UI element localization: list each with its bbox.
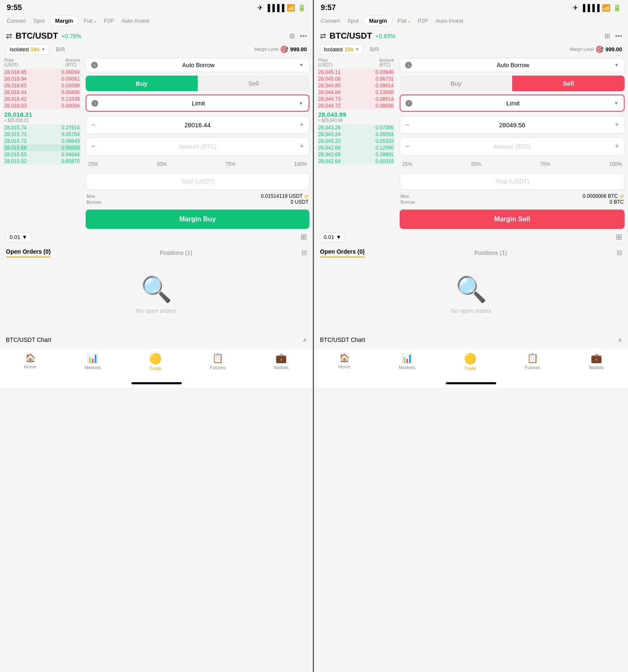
- pct-50-right[interactable]: 50%: [469, 160, 483, 168]
- isolated-badge-left[interactable]: Isolated 10x ▼: [6, 44, 49, 55]
- ob-buy-3-right[interactable]: 28,043.23 0.05333: [317, 138, 395, 144]
- pair-name-left[interactable]: BTC/USDT: [16, 31, 58, 41]
- more-icon-left[interactable]: •••: [300, 32, 307, 40]
- swap-icon-right[interactable]: ⇄: [320, 32, 326, 41]
- nav-futures-right[interactable]: 📋 Futures: [525, 353, 540, 371]
- pct-75-right[interactable]: 75%: [539, 160, 552, 168]
- chart-type-icon-left[interactable]: ⊞: [301, 232, 307, 242]
- ob-sell-3-right[interactable]: 28,044.85 0.08914: [317, 82, 395, 89]
- tab-margin-left[interactable]: Margin: [50, 16, 78, 26]
- tab-spot-left[interactable]: Spot: [31, 16, 47, 26]
- ob-buy-2-right[interactable]: 28,043.24 0.05554: [317, 131, 395, 138]
- chart-bar-icon-right[interactable]: ∧: [618, 336, 622, 343]
- tab-spot-right[interactable]: Spot: [345, 16, 361, 26]
- pct-50-left[interactable]: 50%: [155, 160, 168, 168]
- buy-btn-left[interactable]: Buy: [86, 76, 198, 91]
- limit-dropdown-left[interactable]: ▼: [298, 100, 304, 106]
- nav-wallets-left[interactable]: 💼 Wallets: [274, 353, 289, 371]
- amount-minus-left[interactable]: −: [91, 142, 96, 151]
- nav-home-right[interactable]: 🏠 Home: [338, 353, 351, 371]
- swap-small-left[interactable]: ⇄: [304, 193, 309, 199]
- chart-type-icon-right[interactable]: ⊞: [616, 232, 622, 242]
- chart-bar-right[interactable]: BTC/USDT Chart ∧: [314, 331, 628, 348]
- nav-wallets-right[interactable]: 💼 Wallets: [589, 353, 604, 371]
- amount-plus-right[interactable]: +: [615, 142, 619, 151]
- tab-margin-right[interactable]: Margin: [364, 16, 392, 26]
- ob-sell-6-left[interactable]: 28,018.03 0.00064: [3, 102, 81, 109]
- tab-autoinvest-right[interactable]: Auto-Invest: [433, 16, 466, 26]
- ob-sell-2-right[interactable]: 28,045.06 0.06731: [317, 76, 395, 82]
- ob-sell-5-left[interactable]: 28,018.42 0.13339: [3, 96, 81, 102]
- tick-dropdown-right[interactable]: ▼: [336, 234, 341, 240]
- auto-borrow-dropdown-left[interactable]: ▼: [299, 62, 304, 68]
- auto-borrow-row-right[interactable]: i Auto Borrow ▼: [400, 58, 625, 72]
- sell-btn-right[interactable]: Sell: [512, 76, 625, 91]
- auto-borrow-dropdown-right[interactable]: ▼: [614, 62, 619, 68]
- ob-sell-1-left[interactable]: 28,018.95 0.00064: [3, 69, 81, 76]
- tab-autoinvest-left[interactable]: Auto-Invest: [119, 16, 152, 26]
- price-value-right[interactable]: 28049.56: [499, 121, 526, 129]
- swap-small-right[interactable]: ⇄: [620, 193, 624, 199]
- ob-sell-1-right[interactable]: 28,045.11 0.03940: [317, 69, 395, 76]
- orders-icon-left[interactable]: ⊟: [301, 249, 307, 257]
- ob-sell-5-right[interactable]: 28,044.73 0.08914: [317, 96, 395, 102]
- sell-btn-left[interactable]: Sell: [198, 76, 310, 91]
- limit-info-left[interactable]: i: [92, 100, 98, 107]
- margin-sell-btn-right[interactable]: Margin Sell: [400, 210, 625, 229]
- limit-selector-right[interactable]: i Limit ▼: [400, 94, 625, 112]
- tick-selector-left[interactable]: 0.01 ▼: [6, 232, 31, 242]
- tab-convert-left[interactable]: Convert: [4, 16, 29, 26]
- price-input-right[interactable]: − 28049.56 +: [400, 116, 625, 134]
- ob-buy-6-right[interactable]: 28,042.64 0.00319: [317, 158, 395, 165]
- chart-bar-icon-left[interactable]: ∧: [303, 336, 307, 343]
- positions-tab-left[interactable]: Positions (1): [160, 249, 192, 256]
- nav-markets-left[interactable]: 📊 Markets: [84, 353, 101, 371]
- auto-borrow-info-left[interactable]: i: [91, 62, 98, 68]
- ob-sell-6-right[interactable]: 28,044.72 0.08080: [317, 102, 395, 109]
- nav-trade-right[interactable]: 🟡 Trade: [464, 353, 476, 371]
- amount-input-right[interactable]: − Amount (BTC) +: [400, 137, 625, 155]
- positions-tab-right[interactable]: Positions (1): [474, 249, 507, 256]
- adjust-icon-right[interactable]: ⊞: [604, 32, 610, 40]
- nav-markets-right[interactable]: 📊 Markets: [399, 353, 415, 371]
- nav-trade-left[interactable]: 🟡 Trade: [149, 353, 162, 371]
- price-plus-left[interactable]: +: [299, 121, 304, 129]
- price-plus-right[interactable]: +: [615, 121, 619, 129]
- amount-input-left[interactable]: − Amount (BTC) +: [86, 137, 309, 155]
- open-orders-tab-right[interactable]: Open Orders (0): [320, 248, 365, 257]
- price-minus-right[interactable]: −: [405, 121, 410, 129]
- adjust-icon-left[interactable]: ⊞: [289, 32, 295, 40]
- amount-minus-right[interactable]: −: [405, 142, 410, 151]
- tick-dropdown-left[interactable]: ▼: [22, 234, 27, 240]
- ob-buy-6-left[interactable]: 28,015.52 0.65970: [3, 158, 81, 165]
- orders-icon-right[interactable]: ⊟: [617, 249, 622, 257]
- pct-75-left[interactable]: 75%: [224, 160, 237, 168]
- total-row-right[interactable]: Total (USDT): [400, 173, 625, 190]
- limit-dropdown-right[interactable]: ▼: [614, 100, 619, 106]
- pct-100-right[interactable]: 100%: [607, 160, 624, 168]
- limit-selector-left[interactable]: i Limit ▼: [86, 94, 309, 112]
- auto-borrow-row-left[interactable]: i Auto Borrow ▼: [86, 58, 309, 72]
- tab-p2p-left[interactable]: P2P: [101, 16, 117, 26]
- buy-btn-right[interactable]: Buy: [400, 76, 512, 91]
- ob-sell-4-left[interactable]: 28,018.44 0.00400: [3, 89, 81, 96]
- ob-buy-2-left[interactable]: 28,015.73 0.05704: [3, 131, 81, 138]
- ob-buy-3-left[interactable]: 28,015.72 0.06643: [3, 138, 81, 144]
- limit-info-right[interactable]: i: [406, 100, 412, 107]
- pct-100-left[interactable]: 100%: [292, 160, 309, 168]
- margin-buy-btn-left[interactable]: Margin Buy: [86, 210, 309, 229]
- ob-buy-1-right[interactable]: 28,043.26 0.07000: [317, 124, 395, 131]
- ob-buy-1-left[interactable]: 28,015.74 0.27614: [3, 124, 81, 131]
- amount-plus-left[interactable]: +: [299, 142, 304, 151]
- swap-icon-left[interactable]: ⇄: [6, 32, 12, 41]
- more-icon-right[interactable]: •••: [615, 32, 622, 40]
- tick-selector-right[interactable]: 0.01 ▼: [320, 232, 345, 242]
- isolated-badge-right[interactable]: Isolated 10x ▼: [320, 44, 363, 55]
- open-orders-tab-left[interactable]: Open Orders (0): [6, 248, 51, 257]
- ob-sell-2-left[interactable]: 28,018.94 0.00061: [3, 76, 81, 82]
- ob-sell-3-left[interactable]: 28,018.65 0.00069: [3, 82, 81, 89]
- pair-name-right[interactable]: BTC/USDT: [330, 31, 372, 41]
- price-minus-left[interactable]: −: [91, 121, 96, 129]
- tab-fiat-left[interactable]: Fiat ●: [81, 16, 99, 26]
- price-value-left[interactable]: 28016.44: [184, 121, 211, 129]
